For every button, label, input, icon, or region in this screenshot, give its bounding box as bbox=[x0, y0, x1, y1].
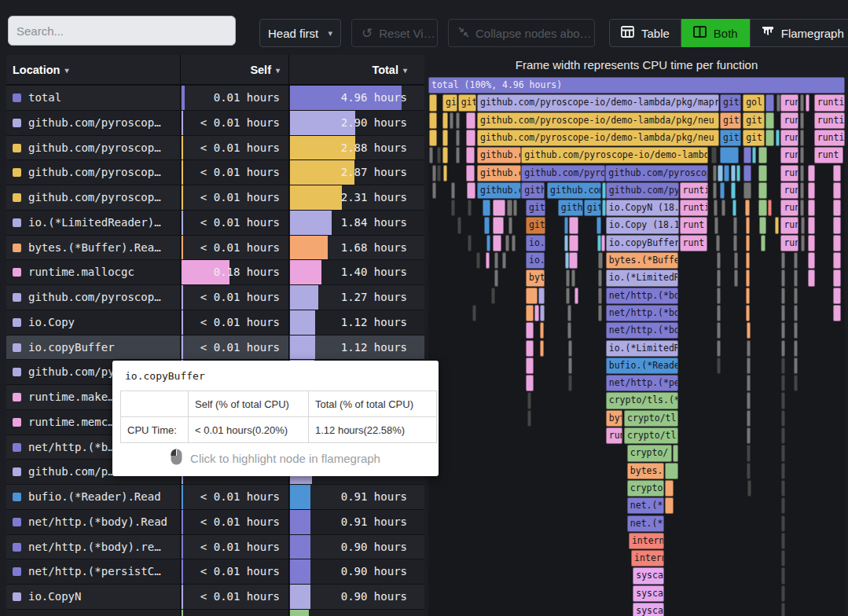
flame-node[interactable]: interna bbox=[629, 533, 664, 549]
flame-node[interactable] bbox=[781, 252, 785, 269]
table-row[interactable]: runtime.mallocgc0.18 hours1.40 hours bbox=[6, 259, 424, 284]
flame-node[interactable] bbox=[443, 165, 447, 182]
flame-node[interactable] bbox=[781, 480, 785, 497]
flame-node[interactable] bbox=[569, 235, 578, 251]
flame-node[interactable] bbox=[833, 252, 841, 269]
flame-node[interactable] bbox=[794, 288, 798, 304]
flame-node[interactable] bbox=[734, 252, 738, 269]
table-row[interactable]: io.copyBuffer< 0.01 hours1.12 hours bbox=[6, 335, 424, 360]
flame-node[interactable] bbox=[429, 94, 437, 111]
flame-node[interactable] bbox=[566, 270, 570, 286]
flame-node[interactable] bbox=[526, 322, 534, 339]
flame-node[interactable]: run bbox=[780, 165, 798, 182]
flame-node[interactable] bbox=[567, 322, 571, 339]
flame-node[interactable] bbox=[765, 130, 774, 146]
table-row[interactable]: github.com/pyroscop…< 0.01 hours2.90 hou… bbox=[6, 110, 424, 135]
location-column-header[interactable]: Location▾ bbox=[13, 55, 68, 85]
flame-node[interactable]: github.c bbox=[477, 182, 521, 199]
flame-node[interactable] bbox=[598, 252, 603, 269]
flame-node[interactable] bbox=[597, 217, 601, 233]
flame-node[interactable] bbox=[746, 305, 750, 321]
flame-node[interactable]: bytes.(*Buffe bbox=[606, 252, 678, 269]
flame-node[interactable]: github.com/pyroscope-io/demo-lambda/pkg/… bbox=[477, 94, 719, 111]
flame-node[interactable] bbox=[758, 165, 767, 182]
flame-node[interactable] bbox=[468, 235, 472, 251]
flame-node[interactable]: runt bbox=[814, 147, 843, 163]
flame-node[interactable] bbox=[442, 147, 448, 163]
flame-node[interactable]: net/http.(*pe bbox=[606, 375, 678, 391]
flame-node[interactable] bbox=[494, 252, 498, 269]
flame-node[interactable] bbox=[567, 305, 571, 321]
flame-node[interactable]: net/http.(*bo bbox=[606, 288, 678, 304]
flame-node[interactable]: syscal bbox=[633, 567, 664, 584]
flame-node[interactable]: run bbox=[780, 147, 798, 163]
flame-node[interactable] bbox=[538, 288, 544, 304]
flame-node[interactable] bbox=[493, 235, 502, 251]
flame-node[interactable] bbox=[833, 305, 841, 321]
table-view-button[interactable]: Table bbox=[609, 19, 681, 47]
flame-node[interactable] bbox=[665, 463, 678, 479]
flame-node[interactable] bbox=[781, 340, 785, 357]
flame-node[interactable] bbox=[743, 165, 751, 182]
flame-node[interactable] bbox=[717, 358, 721, 374]
flame-node[interactable]: total (100%, 4.96 hours) bbox=[428, 77, 845, 94]
flame-node[interactable] bbox=[508, 217, 512, 233]
flame-node[interactable]: git bbox=[458, 94, 476, 111]
flame-node[interactable] bbox=[747, 322, 751, 339]
flame-node[interactable] bbox=[502, 252, 506, 269]
flame-node[interactable]: github.com/pyroscop bbox=[605, 165, 708, 182]
flame-node[interactable] bbox=[526, 375, 534, 391]
table-row[interactable]: net/http.(*body).Read< 0.01 hours0.91 ho… bbox=[6, 509, 424, 534]
flame-node[interactable] bbox=[717, 288, 721, 304]
flame-node[interactable]: syscal bbox=[633, 585, 664, 602]
flame-node[interactable] bbox=[833, 217, 841, 233]
self-column-header[interactable]: Self▾ bbox=[181, 55, 280, 85]
flame-node[interactable]: byt bbox=[606, 410, 623, 427]
flame-node[interactable] bbox=[833, 288, 841, 304]
flame-node[interactable]: git bbox=[743, 112, 765, 129]
flame-node[interactable] bbox=[781, 515, 785, 532]
flame-node[interactable] bbox=[800, 147, 804, 163]
flame-node[interactable] bbox=[718, 165, 722, 182]
flame-node[interactable]: run bbox=[780, 200, 798, 216]
flame-node[interactable] bbox=[466, 130, 475, 146]
flame-node[interactable] bbox=[746, 288, 750, 304]
flame-node[interactable] bbox=[526, 288, 538, 304]
flame-node[interactable] bbox=[437, 147, 441, 163]
flame-node[interactable] bbox=[775, 217, 779, 233]
flame-node[interactable]: git bbox=[442, 94, 457, 111]
flame-node[interactable] bbox=[486, 252, 490, 269]
table-row[interactable]: total0.01 hours4.96 hours bbox=[6, 85, 424, 110]
flame-node[interactable] bbox=[833, 165, 841, 182]
flame-node[interactable] bbox=[716, 235, 720, 251]
table-row[interactable] bbox=[6, 609, 424, 616]
flame-node[interactable]: github.com/pyroscope-io/demo-lambda bbox=[521, 147, 708, 163]
flame-node[interactable] bbox=[808, 235, 815, 251]
flame-node[interactable] bbox=[717, 340, 721, 357]
flame-node[interactable]: git bbox=[584, 200, 601, 216]
flame-node[interactable] bbox=[429, 130, 437, 146]
flame-node[interactable] bbox=[746, 270, 750, 286]
flame-node[interactable] bbox=[833, 235, 841, 251]
flame-node[interactable] bbox=[736, 165, 740, 182]
flame-node[interactable]: runti bbox=[814, 112, 845, 129]
flame-node[interactable] bbox=[494, 270, 498, 286]
flame-node[interactable]: io.Copy (18.1 bbox=[606, 217, 679, 233]
flame-node[interactable]: github.com/pyroscope-io/demo-lambda/pkg/… bbox=[477, 130, 719, 146]
flame-node[interactable] bbox=[437, 165, 441, 182]
flame-node[interactable] bbox=[526, 358, 534, 374]
flame-node[interactable] bbox=[673, 445, 678, 461]
flame-node[interactable]: runti bbox=[814, 94, 845, 111]
flame-node[interactable] bbox=[456, 112, 460, 129]
flame-node[interactable] bbox=[743, 182, 751, 199]
table-row[interactable]: io.(*LimitedReader)…< 0.01 hours1.84 hou… bbox=[6, 210, 424, 235]
flame-node[interactable] bbox=[800, 94, 804, 111]
flame-node[interactable] bbox=[808, 165, 815, 182]
total-column-header[interactable]: Total▾ bbox=[289, 55, 407, 85]
flame-node[interactable] bbox=[808, 270, 815, 286]
flame-node[interactable]: io.(*LimitedR bbox=[606, 270, 678, 286]
table-row[interactable]: github.com/pyroscop…< 0.01 hours2.88 hou… bbox=[6, 135, 424, 160]
flame-node[interactable]: run bbox=[780, 94, 798, 111]
flame-node[interactable] bbox=[808, 252, 815, 269]
flame-node[interactable] bbox=[564, 235, 568, 251]
